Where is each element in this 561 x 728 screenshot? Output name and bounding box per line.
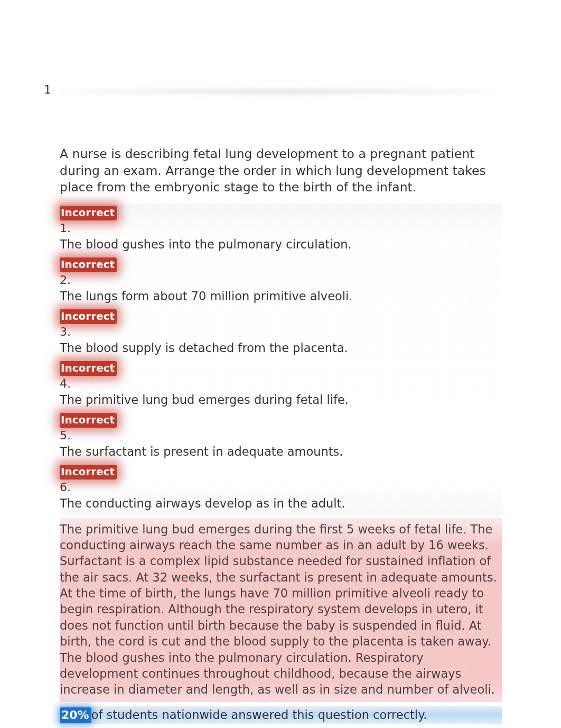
answer-number: 3. (60, 324, 502, 340)
document-content: A nurse is describing fetal lung develop… (60, 146, 502, 728)
answer-text: The primitive lung bud emerges during fe… (60, 392, 502, 408)
status-badge: Incorrect (60, 413, 117, 428)
answer-item: Incorrect 1. The blood gushes into the p… (60, 204, 502, 255)
status-badge: Incorrect (60, 309, 117, 324)
answer-number: 6. (60, 480, 502, 495)
status-badge: Incorrect (60, 257, 117, 272)
answer-text: The blood supply is detached from the pl… (60, 340, 502, 356)
answer-item: Incorrect 4. The primitive lung bud emer… (60, 359, 502, 411)
answer-number: 4. (60, 376, 502, 392)
header-separator (60, 88, 502, 95)
page-number-top: 1 (44, 82, 51, 98)
answer-item: Incorrect 3. The blood supply is detache… (60, 307, 502, 359)
question-text: A nurse is describing fetal lung develop… (60, 146, 502, 196)
answer-item: Incorrect 5. The surfactant is present i… (60, 411, 502, 463)
stats-text: of students nationwide answered this que… (91, 708, 427, 722)
answer-text: The lungs form about 70 million primitiv… (60, 288, 502, 304)
status-badge: Incorrect (60, 465, 117, 480)
status-badge: Incorrect (60, 361, 117, 376)
answer-item: Incorrect 6. The conducting airways deve… (60, 463, 502, 514)
stats-row: 20%of students nationwide answered this … (60, 706, 502, 724)
answer-text: The surfactant is present in adequate am… (60, 444, 502, 459)
status-badge: Incorrect (60, 206, 117, 220)
percent-badge: 20% (60, 707, 91, 724)
explanation-text: The primitive lung bud emerges during th… (60, 518, 502, 702)
answer-number: 5. (60, 428, 502, 444)
answers-block: Incorrect 1. The blood gushes into the p… (60, 204, 502, 514)
answer-number: 1. (60, 220, 502, 236)
answer-item: Incorrect 2. The lungs form about 70 mil… (60, 255, 502, 307)
answer-text: The blood gushes into the pulmonary circ… (60, 236, 502, 252)
answer-text: The conducting airways develop as in the… (60, 495, 502, 511)
answer-number: 2. (60, 272, 502, 288)
